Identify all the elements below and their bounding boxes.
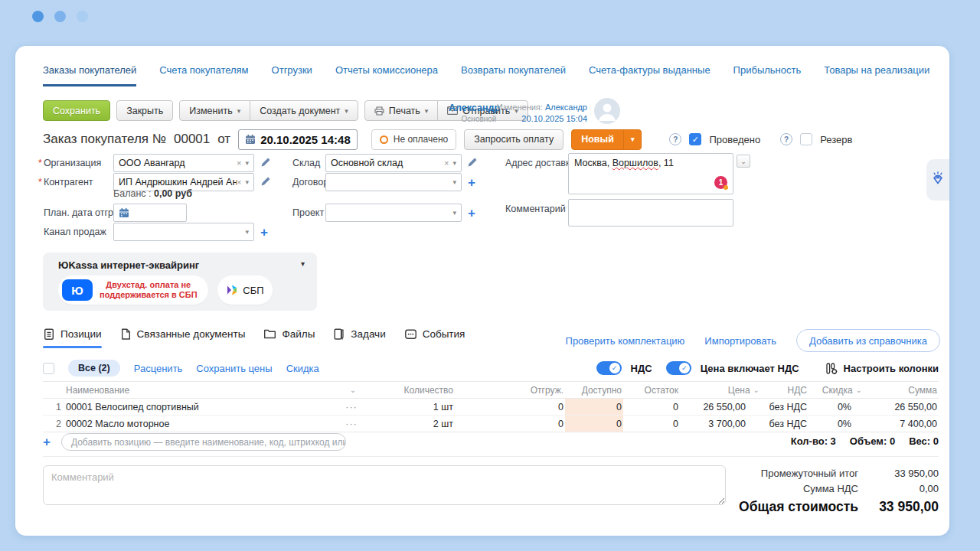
status-dropdown[interactable]: Новый ▾ [571,129,642,150]
nav-tab-customer-invoices[interactable]: Счета покупателям [159,64,248,86]
row-discount[interactable]: 0% [808,402,862,412]
filter-all-pill[interactable]: Все (2) [68,360,120,377]
row-vat[interactable]: без НДС [760,402,808,412]
select-all-checkbox[interactable] [43,363,54,374]
add-from-catalog-button[interactable]: Добавить из справочника [796,329,940,352]
conducted-checkbox[interactable]: ✓ [689,133,701,145]
header-shipped[interactable]: Отгруж. [455,385,565,396]
import-link[interactable]: Импортировать [704,335,776,347]
edit-warehouse-pencil-icon[interactable] [467,157,478,168]
add-contract-button[interactable]: + [468,176,475,189]
document-number[interactable]: 00001 [174,132,210,147]
caret-down-icon[interactable]: ▾ [452,159,456,167]
bonus-side-tab[interactable] [926,159,949,201]
conducted-help-icon[interactable]: ? [669,133,681,145]
nav-tab-profitability[interactable]: Прибыльность [733,64,802,86]
add-position-input[interactable]: Добавить позицию — введите наименование,… [61,433,346,451]
print-button[interactable]: Печать ▾ [364,100,438,121]
order-comment-textarea[interactable] [43,465,726,505]
window-dot-3[interactable] [77,11,88,22]
caret-down-icon[interactable]: ▾ [245,159,249,167]
header-available[interactable]: Доступно [565,385,623,396]
nav-tab-goods-on-sale[interactable]: Товары на реализации [824,64,929,86]
warehouse-field[interactable]: Основной склад × ▾ [325,154,462,172]
reprice-link[interactable]: Расценить [134,363,183,374]
row-name[interactable]: 00002 Масло моторное [66,419,338,429]
nav-tab-customer-returns[interactable]: Возвраты покупателей [461,64,566,86]
row-name[interactable]: 00001 Велосипед спортивный [66,402,338,412]
table-row[interactable]: 2 00002 Масло моторное ··· 2 шт 0 0 0 3 … [43,416,939,432]
delivery-address-field[interactable]: Москва, Воршилов, 11 1 [568,153,733,194]
sales-channel-field[interactable]: ▾ [113,223,254,241]
nav-tab-commission-reports[interactable]: Отчеты комиссионера [335,64,438,86]
subtotal-label: Промежуточный итог [686,468,858,479]
form-comment-field[interactable] [568,199,733,227]
reserve-checkbox[interactable] [800,133,812,145]
yookassa-warning-pill[interactable]: Ю Двухстад. оплата не поддерживается в С… [58,276,208,305]
row-quantity[interactable]: 1 шт [364,402,455,412]
header-price[interactable]: Цена⌄ [680,385,760,396]
edit-counterparty-pencil-icon[interactable] [260,176,271,187]
edit-organization-pencil-icon[interactable] [260,157,271,168]
window-dot-1[interactable] [32,11,44,22]
yookassa-collapse-icon[interactable]: ▾ [301,259,305,268]
row-menu-icon[interactable]: ··· [338,402,364,412]
tab-positions[interactable]: Позиции [43,328,102,348]
organization-field[interactable]: ООО Авангард × ▾ [113,154,254,172]
project-field[interactable]: ▾ [325,204,462,222]
header-quantity[interactable]: Количество [364,385,455,396]
add-position-plus-button[interactable]: + [43,435,51,448]
header-discount[interactable]: Скидка⌄ [808,385,862,396]
clear-icon[interactable]: × [237,158,241,168]
clear-icon[interactable]: × [237,178,241,187]
table-row[interactable]: 1 00001 Велосипед спортивный ··· 1 шт 0 … [43,399,939,416]
configure-columns-button[interactable]: Настроить колонки [825,362,939,375]
create-document-button[interactable]: Создать документ ▾ [250,100,358,121]
header-name[interactable]: Наименование [66,385,338,396]
address-notification-badge[interactable]: 1 [714,176,727,189]
tab-tasks[interactable]: Задачи [333,328,385,348]
nav-tab-issued-invoices[interactable]: Счета-фактуры выданные [589,64,710,86]
caret-down-icon[interactable]: ▾ [452,178,456,186]
header-sum[interactable]: Сумма [862,385,939,396]
avatar[interactable] [594,98,620,124]
changes-author[interactable]: Александр [545,103,587,112]
add-project-button[interactable]: + [468,207,475,220]
save-prices-link[interactable]: Сохранить цены [196,363,272,374]
close-button[interactable]: Закрыть [116,100,173,121]
caret-down-icon[interactable]: ▾ [245,228,249,236]
vat-toggle[interactable]: ✓ [596,361,622,375]
add-sales-channel-button[interactable]: + [260,226,268,239]
total-value: 33 950,00 [858,499,939,515]
caret-down-icon[interactable]: ▾ [452,209,456,217]
clear-icon[interactable]: × [444,158,449,168]
row-price[interactable]: 3 700,00 [680,419,760,429]
row-vat[interactable]: без НДС [760,419,808,429]
reserve-help-icon[interactable]: ? [780,133,792,145]
nav-tab-shipments[interactable]: Отгрузки [272,64,312,86]
nav-tab-customer-orders[interactable]: Заказы покупателей [43,64,136,86]
price-includes-vat-toggle[interactable]: ✓ [666,361,691,375]
header-stock[interactable]: Остаток [623,385,680,396]
request-payment-button[interactable]: Запросить оплату [464,129,564,150]
sbp-pill[interactable]: СБП [217,276,273,305]
header-vat[interactable]: НДС [760,385,808,396]
row-discount[interactable]: 0% [808,419,862,429]
contract-field[interactable]: ▾ [325,173,462,191]
tab-events[interactable]: События [404,328,466,348]
address-expand-button[interactable]: ⌄ [737,155,750,168]
header-menu-chevron-icon[interactable]: ⌄ [341,386,364,394]
row-price[interactable]: 26 550,00 [680,402,760,412]
edit-button[interactable]: Изменить ▾ [179,100,250,121]
caret-down-icon[interactable]: ▾ [245,178,249,186]
tab-linked-documents[interactable]: Связанные документы [120,328,246,348]
window-dot-2[interactable] [54,11,66,22]
row-menu-icon[interactable]: ··· [338,419,364,429]
discount-link[interactable]: Скидка [286,363,319,374]
tab-files[interactable]: Файлы [263,328,315,347]
save-button[interactable]: Сохранить [43,100,110,121]
row-quantity[interactable]: 2 шт [364,419,455,429]
document-datetime-field[interactable]: 20.10.2025 14:48 [238,129,358,150]
check-assembly-link[interactable]: Проверить комплектацию [566,335,685,347]
ship-date-field[interactable] [113,204,187,222]
